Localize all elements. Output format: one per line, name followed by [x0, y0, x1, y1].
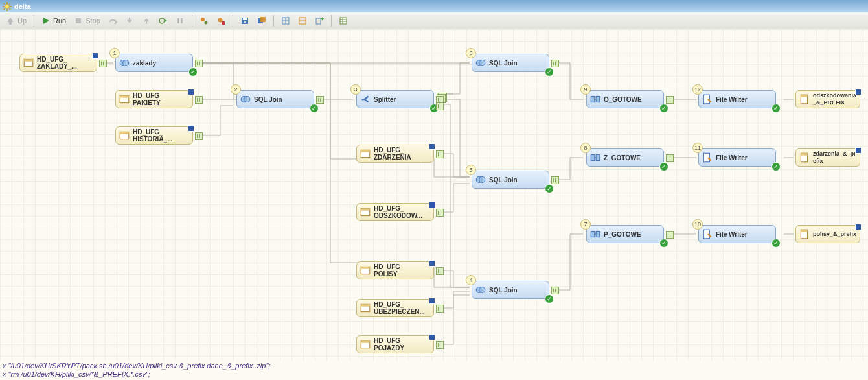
node-zaklady[interactable]: 1 zaklady ✓: [115, 54, 193, 72]
svg-rect-16: [222, 21, 225, 25]
run-label: Run: [53, 17, 66, 25]
join-icon: [475, 173, 486, 186]
step-out-button[interactable]: [139, 14, 154, 27]
output-port[interactable]: [316, 96, 324, 104]
output-port[interactable]: [666, 154, 674, 162]
svg-rect-60: [361, 340, 370, 342]
node-file-writer-10[interactable]: 10 File Writer ✓: [698, 225, 776, 243]
svg-rect-58: [361, 304, 370, 306]
status-ok-icon: ✓: [545, 67, 554, 77]
node-o-gotowe[interactable]: 9 O_GOTOWE ✓: [586, 90, 664, 108]
node-source-pakiety[interactable]: HD_UFG_PAKIETY: [115, 90, 193, 108]
output-port[interactable]: [666, 96, 674, 104]
node-output-odszkodowania[interactable]: odszkodowania_&_PREFIX: [795, 90, 860, 108]
svg-rect-69: [591, 155, 595, 161]
toolbar-separator: [192, 15, 192, 27]
svg-rect-27: [316, 18, 321, 24]
output-port[interactable]: [551, 287, 559, 294]
node-sqljoin-2[interactable]: 2 SQL Join ✓: [236, 90, 314, 108]
node-file-writer-12[interactable]: 12 File Writer ✓: [698, 90, 776, 108]
node-source-pojazdy[interactable]: HD_UFG_POJAZDY: [356, 335, 434, 353]
node-label: HD_UFG_ZDARZENIA: [374, 147, 431, 161]
title-bar: delta: [0, 0, 868, 12]
output-port[interactable]: [195, 60, 203, 67]
transform-icon: [589, 93, 601, 106]
node-sqljoin-6[interactable]: 6 SQL Join ✓: [472, 54, 549, 72]
node-label: Splitter: [374, 96, 431, 103]
status-ok-icon: ✓: [545, 184, 554, 193]
pause-button[interactable]: [172, 14, 188, 27]
node-sqljoin-4[interactable]: 4 SQL Join ✓: [472, 281, 549, 299]
node-splitter[interactable]: 3 Splitter ✓: [356, 90, 434, 108]
save-icon: [240, 16, 249, 25]
output-port[interactable]: [195, 96, 203, 104]
output-port[interactable]: [551, 60, 559, 67]
output-port[interactable]: [436, 267, 444, 275]
node-output-polisy[interactable]: polisy_&_prefix: [795, 225, 860, 243]
output-port[interactable]: [436, 102, 444, 110]
output-port[interactable]: [666, 231, 674, 239]
node-label: SQL Join: [489, 287, 546, 294]
tool-grid-b-button[interactable]: [295, 14, 310, 27]
svg-rect-21: [260, 17, 266, 22]
file-icon: [799, 151, 810, 164]
node-source-zaklady[interactable]: HD_UFG_ZAKLADY_...: [19, 54, 97, 72]
sequence-badge: 8: [580, 143, 591, 153]
up-button[interactable]: Up: [3, 14, 30, 27]
node-output-zdarzenia[interactable]: zdarzenia_&_prefix: [795, 148, 860, 167]
run-button[interactable]: Run: [38, 14, 69, 27]
svg-point-48: [123, 60, 129, 66]
sequence-badge: 1: [109, 48, 120, 58]
svg-rect-18: [243, 18, 247, 20]
tool-export-button[interactable]: [312, 14, 327, 27]
svg-rect-54: [361, 208, 370, 210]
saved-mark-icon: [429, 334, 435, 340]
output-port[interactable]: [99, 60, 107, 67]
save-button[interactable]: [237, 14, 253, 27]
node-file-writer-11[interactable]: 11 File Writer ✓: [698, 148, 776, 167]
node-label: O_GOTOWE: [604, 96, 661, 103]
sequence-badge: 3: [350, 84, 361, 95]
output-port[interactable]: [195, 132, 203, 140]
saved-mark-icon: [855, 224, 862, 230]
step-over-button[interactable]: [105, 14, 120, 27]
table-icon: [360, 302, 371, 315]
output-port[interactable]: [436, 305, 444, 313]
tool-spreadsheet-button[interactable]: [336, 14, 351, 27]
node-source-historia[interactable]: HD_UFG_HISTORIA_...: [115, 126, 193, 145]
saved-mark-icon: [855, 147, 862, 154]
status-area: x "/u01/dev/KH/SKRYPT/pack.sh /u01/dev/K…: [0, 361, 868, 380]
stop-icon: [74, 16, 83, 25]
tool-stop-profile-button[interactable]: [213, 14, 229, 27]
node-label: HD_UFG_HISTORIA_...: [133, 128, 190, 143]
tool-profile-button[interactable]: [196, 14, 212, 27]
bug-play-icon: [159, 16, 168, 25]
node-p-gotowe[interactable]: 7 P_GOTOWE ✓: [586, 225, 664, 243]
window-title: delta: [14, 3, 31, 10]
output-port[interactable]: [436, 150, 444, 158]
step-into-button[interactable]: [122, 14, 137, 27]
tool-grid-a-button[interactable]: [278, 14, 293, 27]
output-port[interactable]: [551, 176, 559, 184]
node-source-polisy[interactable]: HD_UFG_POLISY: [356, 261, 434, 279]
join-icon: [119, 56, 130, 69]
diagram-canvas[interactable]: HD_UFG_ZAKLADY_... HD_UFG_PAKIETY HD_UFG…: [0, 29, 868, 366]
node-sqljoin-5[interactable]: 5 SQL Join ✓: [472, 171, 549, 189]
saved-mark-icon: [188, 125, 194, 132]
node-label: File Writer: [716, 231, 773, 238]
save-as-button[interactable]: [254, 14, 269, 27]
status-ok-icon: ✓: [659, 104, 668, 113]
node-source-odszkodow[interactable]: HD_UFG_ODSZKODOW...: [356, 203, 434, 221]
stop-button[interactable]: Stop: [71, 14, 104, 27]
node-label: odszkodowania_&_PREFIX: [813, 92, 857, 106]
svg-point-13: [201, 18, 205, 21]
output-port[interactable]: [436, 341, 444, 349]
node-z-gotowe[interactable]: 8 Z_GOTOWE ✓: [586, 148, 664, 167]
node-source-ubezp[interactable]: HD_UFG_UBEZPIECZEN...: [356, 299, 434, 317]
debug-run-button[interactable]: [155, 14, 171, 27]
node-label: File Writer: [716, 154, 773, 161]
node-label: Z_GOTOWE: [604, 154, 661, 161]
node-source-zdarzenia[interactable]: HD_UFG_ZDARZENIA: [356, 145, 434, 163]
svg-rect-19: [244, 21, 246, 23]
output-port[interactable]: [436, 209, 444, 217]
